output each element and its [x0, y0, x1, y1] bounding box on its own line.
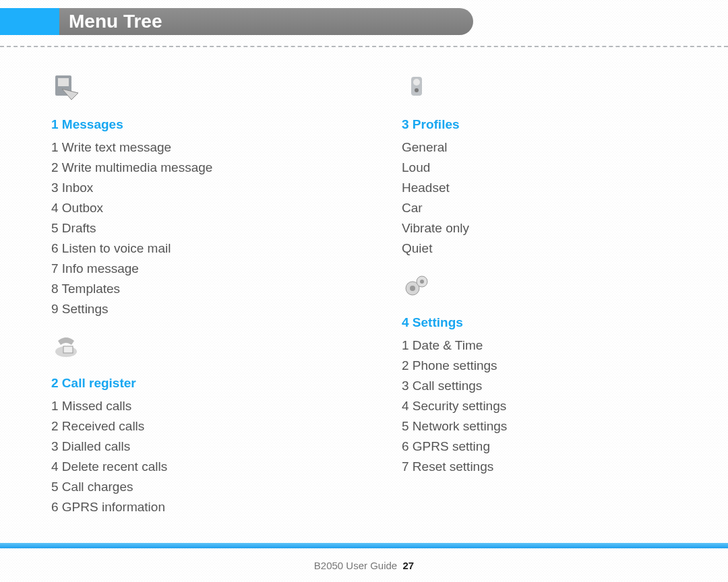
section-title: Profiles — [413, 117, 460, 131]
content-columns: 1 Messages 1 Write text message 2 Write … — [51, 73, 685, 529]
list-item: 4 Outbox — [51, 198, 334, 218]
section-call-register: 2 Call register 1 Missed calls 2 Receive… — [51, 331, 334, 517]
section-num: 3 — [402, 117, 409, 131]
section-num: 2 — [51, 376, 59, 390]
bottom-accent-bar — [0, 543, 728, 548]
list-item: 2 Phone settings — [402, 356, 685, 376]
list-item: Loud — [402, 158, 685, 178]
list-item: 3 Call settings — [402, 376, 685, 396]
list-item: 7 Reset settings — [402, 457, 685, 477]
list-item: General — [402, 137, 685, 158]
list-item: 6 GPRS setting — [402, 437, 685, 457]
list-item: 1 Write text message — [51, 137, 334, 158]
svg-point-5 — [413, 79, 420, 86]
list-item: 9 Settings — [51, 299, 334, 319]
section-num: 4 — [402, 315, 409, 329]
svg-rect-1 — [58, 78, 69, 86]
svg-rect-3 — [63, 346, 73, 353]
list-item: 2 Write multimedia message — [51, 158, 334, 178]
list-item: Vibrate only — [402, 218, 685, 238]
svg-point-10 — [420, 280, 424, 284]
section-heading: 3 Profiles — [402, 117, 685, 132]
list-item: 4 Security settings — [402, 396, 685, 416]
list-item: Headset — [402, 178, 685, 198]
page-title: Menu Tree — [59, 8, 473, 35]
svg-point-6 — [415, 88, 419, 92]
section-settings: 4 Settings 1 Date & Time 2 Phone setting… — [402, 271, 685, 477]
column-left: 1 Messages 1 Write text message 2 Write … — [51, 73, 334, 529]
list-item: 2 Received calls — [51, 416, 334, 437]
list-item: 5 Drafts — [51, 218, 334, 238]
title-bar: Menu Tree — [0, 8, 473, 35]
list-item: 8 Templates — [51, 279, 334, 299]
list-item: Car — [402, 198, 685, 218]
section-messages: 1 Messages 1 Write text message 2 Write … — [51, 73, 334, 319]
section-title: Settings — [413, 315, 463, 329]
section-heading: 4 Settings — [402, 315, 685, 330]
list-item: 5 Network settings — [402, 416, 685, 437]
call-register-icon — [51, 331, 81, 361]
list-item: 1 Missed calls — [51, 396, 334, 416]
column-right: 3 Profiles General Loud Headset Car Vibr… — [402, 73, 685, 529]
profiles-icon — [402, 73, 431, 102]
list-item: 3 Dialled calls — [51, 437, 334, 457]
list-item: 7 Info message — [51, 259, 334, 279]
list-item: 5 Call charges — [51, 477, 334, 497]
section-num: 1 — [51, 117, 59, 131]
divider-dashed — [0, 46, 728, 47]
footer: B2050 User Guide 27 — [0, 560, 728, 571]
list-item: Quiet — [402, 238, 685, 259]
list-item: 1 Date & Time — [402, 335, 685, 356]
section-heading: 1 Messages — [51, 117, 334, 132]
svg-point-8 — [410, 286, 415, 291]
settings-icon — [402, 271, 431, 300]
page: Menu Tree 1 Messages 1 Write text messag… — [0, 0, 728, 582]
list-item: 4 Delete recent calls — [51, 457, 334, 477]
list-item: 6 GPRS information — [51, 497, 334, 517]
section-profiles: 3 Profiles General Loud Headset Car Vibr… — [402, 73, 685, 259]
title-accent-block — [0, 8, 59, 35]
section-heading: 2 Call register — [51, 376, 334, 391]
messages-icon — [51, 73, 81, 102]
list-item: 6 Listen to voice mail — [51, 238, 334, 259]
section-title: Messages — [62, 117, 123, 131]
footer-page-number: 27 — [403, 560, 415, 571]
footer-guide: B2050 User Guide — [314, 560, 397, 571]
section-title: Call register — [62, 376, 136, 390]
list-item: 3 Inbox — [51, 178, 334, 198]
